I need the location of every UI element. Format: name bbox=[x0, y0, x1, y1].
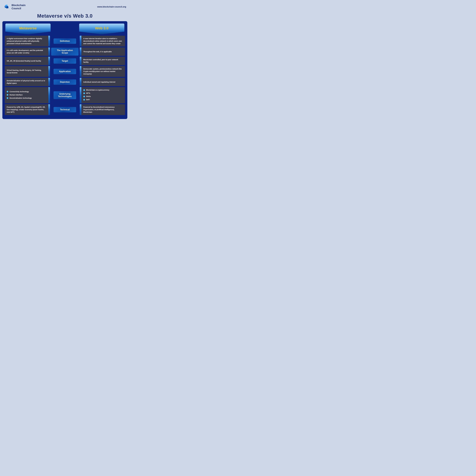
metaverse-header: Metaverse bbox=[5, 24, 51, 34]
left-cell-1: It is still under development, and the p… bbox=[5, 48, 48, 56]
center-cell-3: Application bbox=[50, 66, 80, 77]
brand-name2: Council bbox=[12, 7, 25, 10]
bullet-item: NFTs bbox=[83, 92, 109, 95]
row-6: Powered by wifi6, 6G, Spatial computing(… bbox=[5, 104, 125, 115]
left-cell-wrapper-5: Connectivity technologyHuman interfaceDe… bbox=[5, 87, 50, 103]
right-cell-wrapper-5: Blockchain & cryptocurrencyNFTsDAOsDeFi bbox=[80, 87, 125, 103]
logo-area: Blockchain Council bbox=[3, 3, 25, 10]
left-cell-0: A digital environment that combines digi… bbox=[5, 36, 48, 47]
rows-container: A digital environment that combines digi… bbox=[5, 36, 125, 115]
bullet-dot bbox=[83, 96, 85, 97]
left-cell-6: Powered by wifi6, 6G, Spatial computing(… bbox=[5, 104, 48, 115]
center-cell-5: Underlying Technologies bbox=[50, 87, 80, 103]
center-cell-6: Technical bbox=[50, 104, 80, 115]
center-label-box-4: Depiction bbox=[53, 79, 76, 85]
left-cell-wrapper-3: Virtual Gaming, Health Surgery, 3d Train… bbox=[5, 66, 50, 77]
right-cell-wrapper-1: Throughout the web, it is applicable bbox=[80, 48, 125, 56]
center-cell-0: Definition bbox=[50, 36, 80, 47]
blue-tab-right-0 bbox=[80, 36, 81, 47]
center-label-0: Definition bbox=[56, 40, 74, 42]
blue-tab-right-3 bbox=[80, 66, 81, 77]
bullet-dot bbox=[7, 94, 8, 96]
right-cell-5: Blockchain & cryptocurrencyNFTsDAOsDeFi bbox=[81, 87, 125, 103]
center-label-3: Application bbox=[56, 70, 74, 73]
svg-rect-2 bbox=[6, 6, 9, 9]
bullet-item: DAOs bbox=[83, 95, 109, 98]
blockchain-council-logo bbox=[3, 3, 10, 10]
bullet-dot bbox=[83, 89, 85, 91]
left-cell-wrapper-4: Dematerialization of physical entity aro… bbox=[5, 78, 50, 86]
bullet-item: Connectivity technology bbox=[7, 90, 32, 93]
blue-tab-left-1 bbox=[48, 48, 50, 56]
main-title: Metaverse v/s Web 3.0 bbox=[2, 12, 127, 21]
left-cell-wrapper-2: VR, AR, XR (Extended Reality) world faci… bbox=[5, 57, 50, 65]
right-cell-6: Powered by Decentralized Autonomous Orga… bbox=[81, 104, 125, 115]
bullet-item: Decentralization technology bbox=[7, 97, 32, 99]
blue-tab-left-3 bbox=[48, 66, 50, 77]
row-2: VR, AR, XR (Extended Reality) world faci… bbox=[5, 57, 125, 65]
row-3: Virtual Gaming, Health Surgery, 3d Train… bbox=[5, 66, 125, 77]
page-wrapper: Blockchain Council www.blockchain-counci… bbox=[0, 0, 130, 122]
center-cell-2: Target bbox=[50, 57, 80, 65]
center-label-2: Target bbox=[56, 60, 74, 62]
left-cell-2: VR, AR, XR (Extended Reality) world faci… bbox=[5, 57, 48, 65]
right-cell-wrapper-3: Democratic system, permissionless networ… bbox=[80, 66, 125, 77]
right-cell-wrapper-6: Powered by Decentralized Autonomous Orga… bbox=[80, 104, 125, 115]
center-label-box-3: Application bbox=[53, 69, 76, 74]
left-cell-4: Dematerialization of physical entity aro… bbox=[5, 78, 48, 86]
col-headers: Metaverse Web 3.0 bbox=[5, 24, 125, 34]
brand-name: Blockchain bbox=[12, 4, 25, 7]
row-1: It is still under development, and the p… bbox=[5, 48, 125, 56]
blue-tab-left-2 bbox=[48, 57, 50, 65]
bullet-dot bbox=[83, 92, 85, 94]
right-cell-wrapper-2: Blockchain controlled, peer-to-peer netw… bbox=[80, 57, 125, 65]
blue-tab-left-4 bbox=[48, 78, 50, 86]
web3-header: Web 3.0 bbox=[79, 24, 124, 34]
right-cell-wrapper-0: A new internet iteration aims to establi… bbox=[80, 36, 125, 47]
left-cell-3: Virtual Gaming, Health Surgery, 3d Train… bbox=[5, 66, 48, 77]
center-label-4: Depiction bbox=[56, 81, 74, 83]
blue-tab-right-6 bbox=[80, 104, 81, 115]
metaverse-title: Metaverse bbox=[19, 26, 37, 32]
center-label-box-0: Definition bbox=[53, 38, 76, 44]
bullet-dot bbox=[83, 99, 85, 101]
blue-tab-right-4 bbox=[80, 78, 81, 86]
bullet-item: Human interface bbox=[7, 94, 32, 96]
center-label-box-5: Underlying Technologies bbox=[53, 91, 76, 99]
center-cell-1: The Application Scope bbox=[50, 48, 80, 56]
website-url: www.blockchain-council.org bbox=[97, 6, 126, 8]
left-cell-wrapper-0: A digital environment that combines digi… bbox=[5, 36, 50, 47]
header: Blockchain Council www.blockchain-counci… bbox=[2, 2, 127, 12]
center-label-5: Underlying Technologies bbox=[56, 93, 74, 98]
left-cell-5: Connectivity technologyHuman interfaceDe… bbox=[5, 87, 48, 103]
left-cell-wrapper-1: It is still under development, and the p… bbox=[5, 48, 50, 56]
bullet-item: Blockchain & cryptocurrency bbox=[83, 89, 109, 91]
row-5: Connectivity technologyHuman interfaceDe… bbox=[5, 87, 125, 103]
row-0: A digital environment that combines digi… bbox=[5, 36, 125, 47]
web3-title: Web 3.0 bbox=[95, 26, 108, 32]
bullet-dot bbox=[7, 91, 8, 92]
center-label-box-2: Target bbox=[53, 58, 76, 64]
row-4: Dematerialization of physical entity aro… bbox=[5, 78, 125, 86]
blue-tab-left-0 bbox=[48, 36, 50, 47]
logo-text: Blockchain Council bbox=[12, 4, 25, 10]
center-label-box-6: Technical bbox=[53, 107, 76, 112]
right-cell-1: Throughout the web, it is applicable bbox=[81, 48, 125, 56]
bullet-dot bbox=[7, 97, 8, 99]
blue-tab-right-2 bbox=[80, 57, 81, 65]
blue-tab-right-1 bbox=[80, 48, 81, 56]
right-cell-3: Democratic system, permissionless networ… bbox=[81, 66, 125, 77]
center-label-box-1: The Application Scope bbox=[51, 48, 79, 56]
blue-tab-left-6 bbox=[48, 104, 50, 115]
center-label-1: The Application Scope bbox=[53, 49, 76, 54]
left-cell-wrapper-6: Powered by wifi6, 6G, Spatial computing(… bbox=[5, 104, 50, 115]
center-cell-4: Depiction bbox=[50, 78, 80, 86]
bullet-item: DeFi bbox=[83, 98, 109, 101]
right-cell-0: A new internet iteration aims to establi… bbox=[81, 36, 125, 47]
right-cell-wrapper-4: Individual owned and regulating internet bbox=[80, 78, 125, 86]
content-area: Metaverse Web 3.0 A digital environment … bbox=[2, 21, 127, 119]
center-label-6: Technical bbox=[56, 108, 74, 111]
blue-tab-left-5 bbox=[48, 87, 50, 103]
right-cell-4: Individual owned and regulating internet bbox=[81, 78, 125, 86]
right-cell-2: Blockchain controlled, peer-to-peer netw… bbox=[81, 57, 125, 65]
